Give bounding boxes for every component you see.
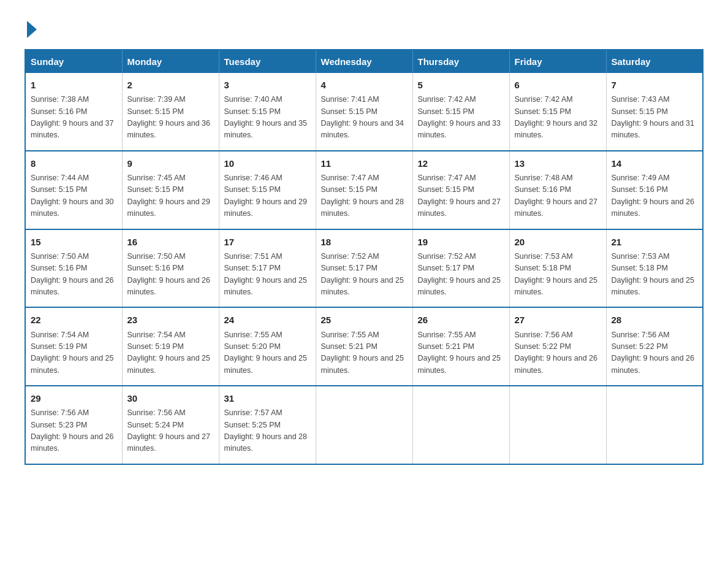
calendar-day-cell: 20Sunrise: 7:53 AMSunset: 5:18 PMDayligh… <box>509 229 606 308</box>
calendar-week-row: 1Sunrise: 7:38 AMSunset: 5:16 PMDaylight… <box>25 73 703 151</box>
day-info: Sunrise: 7:51 AMSunset: 5:17 PMDaylight:… <box>224 252 308 296</box>
calendar-day-cell: 8Sunrise: 7:44 AMSunset: 5:15 PMDaylight… <box>25 151 122 229</box>
day-info: Sunrise: 7:48 AMSunset: 5:16 PMDaylight:… <box>515 174 598 218</box>
day-number: 13 <box>515 156 601 170</box>
day-number: 30 <box>127 391 214 405</box>
day-info: Sunrise: 7:56 AMSunset: 5:23 PMDaylight:… <box>31 408 114 453</box>
day-info: Sunrise: 7:44 AMSunset: 5:15 PMDaylight:… <box>31 174 114 218</box>
day-info: Sunrise: 7:54 AMSunset: 5:19 PMDaylight:… <box>127 331 211 375</box>
calendar-day-cell: 27Sunrise: 7:56 AMSunset: 5:22 PMDayligh… <box>509 307 606 386</box>
day-number: 6 <box>515 78 601 92</box>
day-number: 15 <box>31 235 117 249</box>
day-info: Sunrise: 7:45 AMSunset: 5:15 PMDaylight:… <box>127 174 211 218</box>
calendar-day-cell: 12Sunrise: 7:47 AMSunset: 5:15 PMDayligh… <box>412 151 509 229</box>
calendar-day-cell: 2Sunrise: 7:39 AMSunset: 5:15 PMDaylight… <box>122 73 219 151</box>
day-info: Sunrise: 7:52 AMSunset: 5:17 PMDaylight:… <box>321 252 404 296</box>
column-header-tuesday: Tuesday <box>219 50 316 73</box>
calendar-day-cell: 29Sunrise: 7:56 AMSunset: 5:23 PMDayligh… <box>25 386 122 464</box>
day-number: 3 <box>224 78 311 92</box>
calendar-day-cell: 24Sunrise: 7:55 AMSunset: 5:20 PMDayligh… <box>219 307 316 386</box>
column-header-monday: Monday <box>122 50 219 73</box>
day-info: Sunrise: 7:46 AMSunset: 5:15 PMDaylight:… <box>224 174 308 218</box>
calendar-day-cell: 1Sunrise: 7:38 AMSunset: 5:16 PMDaylight… <box>25 73 122 151</box>
day-number: 9 <box>127 156 214 170</box>
calendar-day-cell: 23Sunrise: 7:54 AMSunset: 5:19 PMDayligh… <box>122 307 219 386</box>
calendar-table: SundayMondayTuesdayWednesdayThursdayFrid… <box>25 49 703 465</box>
day-number: 19 <box>418 235 504 249</box>
day-info: Sunrise: 7:39 AMSunset: 5:15 PMDaylight:… <box>127 95 211 139</box>
day-info: Sunrise: 7:50 AMSunset: 5:16 PMDaylight:… <box>31 252 114 296</box>
calendar-day-cell: 28Sunrise: 7:56 AMSunset: 5:22 PMDayligh… <box>606 307 703 386</box>
day-info: Sunrise: 7:38 AMSunset: 5:16 PMDaylight:… <box>31 95 114 139</box>
calendar-day-cell: 31Sunrise: 7:57 AMSunset: 5:25 PMDayligh… <box>219 386 316 464</box>
calendar-day-cell <box>606 386 703 464</box>
day-info: Sunrise: 7:47 AMSunset: 5:15 PMDaylight:… <box>321 174 404 218</box>
calendar-day-cell: 30Sunrise: 7:56 AMSunset: 5:24 PMDayligh… <box>122 386 219 464</box>
day-info: Sunrise: 7:55 AMSunset: 5:20 PMDaylight:… <box>224 331 308 375</box>
calendar-day-cell: 25Sunrise: 7:55 AMSunset: 5:21 PMDayligh… <box>316 307 412 386</box>
day-info: Sunrise: 7:42 AMSunset: 5:15 PMDaylight:… <box>515 95 598 139</box>
day-number: 7 <box>612 78 698 92</box>
calendar-day-cell: 15Sunrise: 7:50 AMSunset: 5:16 PMDayligh… <box>25 229 122 308</box>
day-number: 12 <box>418 156 504 170</box>
calendar-week-row: 15Sunrise: 7:50 AMSunset: 5:16 PMDayligh… <box>25 229 703 308</box>
day-info: Sunrise: 7:53 AMSunset: 5:18 PMDaylight:… <box>612 252 695 296</box>
day-info: Sunrise: 7:56 AMSunset: 5:24 PMDaylight:… <box>127 408 211 453</box>
calendar-day-cell: 7Sunrise: 7:43 AMSunset: 5:15 PMDaylight… <box>606 73 703 151</box>
calendar-day-cell: 16Sunrise: 7:50 AMSunset: 5:16 PMDayligh… <box>122 229 219 308</box>
day-info: Sunrise: 7:55 AMSunset: 5:21 PMDaylight:… <box>321 331 404 375</box>
calendar-day-cell: 6Sunrise: 7:42 AMSunset: 5:15 PMDaylight… <box>509 73 606 151</box>
calendar-day-cell: 18Sunrise: 7:52 AMSunset: 5:17 PMDayligh… <box>316 229 412 308</box>
day-number: 23 <box>127 313 214 327</box>
day-number: 22 <box>31 313 117 327</box>
calendar-day-cell: 5Sunrise: 7:42 AMSunset: 5:15 PMDaylight… <box>412 73 509 151</box>
calendar-day-cell: 10Sunrise: 7:46 AMSunset: 5:15 PMDayligh… <box>219 151 316 229</box>
day-info: Sunrise: 7:41 AMSunset: 5:15 PMDaylight:… <box>321 95 404 139</box>
day-number: 21 <box>612 235 698 249</box>
day-number: 28 <box>612 313 698 327</box>
day-info: Sunrise: 7:53 AMSunset: 5:18 PMDaylight:… <box>515 252 598 296</box>
logo <box>25 18 37 37</box>
day-number: 2 <box>127 78 214 92</box>
day-info: Sunrise: 7:55 AMSunset: 5:21 PMDaylight:… <box>418 331 501 375</box>
day-number: 14 <box>612 156 698 170</box>
day-info: Sunrise: 7:40 AMSunset: 5:15 PMDaylight:… <box>224 95 308 139</box>
day-info: Sunrise: 7:54 AMSunset: 5:19 PMDaylight:… <box>31 331 114 375</box>
day-info: Sunrise: 7:50 AMSunset: 5:16 PMDaylight:… <box>127 252 211 296</box>
day-number: 20 <box>515 235 601 249</box>
day-info: Sunrise: 7:47 AMSunset: 5:15 PMDaylight:… <box>418 174 501 218</box>
calendar-week-row: 8Sunrise: 7:44 AMSunset: 5:15 PMDaylight… <box>25 151 703 229</box>
calendar-day-cell: 17Sunrise: 7:51 AMSunset: 5:17 PMDayligh… <box>219 229 316 308</box>
column-header-thursday: Thursday <box>412 50 509 73</box>
calendar-day-cell: 14Sunrise: 7:49 AMSunset: 5:16 PMDayligh… <box>606 151 703 229</box>
day-number: 17 <box>224 235 311 249</box>
day-info: Sunrise: 7:52 AMSunset: 5:17 PMDaylight:… <box>418 252 501 296</box>
day-info: Sunrise: 7:49 AMSunset: 5:16 PMDaylight:… <box>612 174 695 218</box>
calendar-day-cell: 13Sunrise: 7:48 AMSunset: 5:16 PMDayligh… <box>509 151 606 229</box>
calendar-body: 1Sunrise: 7:38 AMSunset: 5:16 PMDaylight… <box>25 73 703 464</box>
calendar-day-cell: 9Sunrise: 7:45 AMSunset: 5:15 PMDaylight… <box>122 151 219 229</box>
day-number: 8 <box>31 156 117 170</box>
day-info: Sunrise: 7:57 AMSunset: 5:25 PMDaylight:… <box>224 408 308 453</box>
calendar-day-cell: 22Sunrise: 7:54 AMSunset: 5:19 PMDayligh… <box>25 307 122 386</box>
day-number: 26 <box>418 313 504 327</box>
calendar-day-cell: 11Sunrise: 7:47 AMSunset: 5:15 PMDayligh… <box>316 151 412 229</box>
day-number: 10 <box>224 156 311 170</box>
calendar-day-cell <box>509 386 606 464</box>
day-number: 31 <box>224 391 311 405</box>
calendar-week-row: 22Sunrise: 7:54 AMSunset: 5:19 PMDayligh… <box>25 307 703 386</box>
calendar-day-cell <box>412 386 509 464</box>
column-header-saturday: Saturday <box>606 50 703 73</box>
day-number: 11 <box>321 156 408 170</box>
column-header-wednesday: Wednesday <box>316 50 412 73</box>
day-number: 5 <box>418 78 504 92</box>
day-info: Sunrise: 7:56 AMSunset: 5:22 PMDaylight:… <box>515 331 598 375</box>
calendar-day-cell: 21Sunrise: 7:53 AMSunset: 5:18 PMDayligh… <box>606 229 703 308</box>
column-header-sunday: Sunday <box>25 50 122 73</box>
day-number: 16 <box>127 235 214 249</box>
calendar-day-cell <box>316 386 412 464</box>
calendar-day-cell: 4Sunrise: 7:41 AMSunset: 5:15 PMDaylight… <box>316 73 412 151</box>
calendar-day-cell: 3Sunrise: 7:40 AMSunset: 5:15 PMDaylight… <box>219 73 316 151</box>
page-header <box>25 18 703 37</box>
calendar-day-cell: 19Sunrise: 7:52 AMSunset: 5:17 PMDayligh… <box>412 229 509 308</box>
